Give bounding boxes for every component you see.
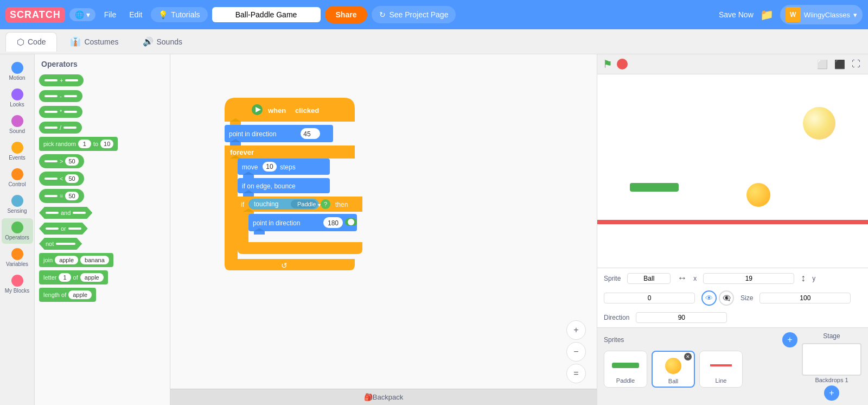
- block-multiply[interactable]: *: [39, 106, 82, 118]
- block-gt-input1[interactable]: [44, 160, 58, 162]
- project-title-input[interactable]: [212, 7, 321, 22]
- sprite-card-paddle[interactable]: Paddle: [604, 351, 647, 388]
- block-gt-val[interactable]: 50: [65, 157, 78, 166]
- block-sub-input2[interactable]: [64, 95, 77, 97]
- backpack-bar[interactable]: 🎒 Backpack: [170, 389, 597, 405]
- ball-delete-button[interactable]: ✕: [684, 353, 692, 360]
- size-value-input[interactable]: [760, 293, 851, 303]
- direction-value-input[interactable]: [636, 312, 727, 323]
- add-backdrop-button[interactable]: +: [824, 385, 839, 401]
- see-project-button[interactable]: ↻ See Project Page: [372, 6, 456, 23]
- block-and[interactable]: and: [39, 207, 92, 219]
- category-motion[interactable]: Motion: [2, 59, 33, 84]
- category-variables[interactable]: Variables: [2, 245, 33, 270]
- stage-mini-thumbnail[interactable]: [802, 343, 861, 376]
- category-operators[interactable]: Operators: [2, 218, 33, 244]
- globe-button[interactable]: 🌐 ▾: [69, 8, 95, 21]
- share-button[interactable]: Share: [325, 6, 368, 23]
- x-label: x: [693, 275, 697, 282]
- add-sprite-button[interactable]: +: [782, 332, 797, 347]
- block-row-lt: < 50: [39, 172, 165, 186]
- block-letter-num[interactable]: 1: [59, 273, 71, 282]
- tab-costumes[interactable]: 👔 Costumes: [59, 32, 129, 51]
- block-join[interactable]: join apple banana: [39, 253, 113, 267]
- line-sprite-thumbnail: [706, 353, 736, 377]
- scratch-logo[interactable]: SCRATCH: [5, 7, 65, 23]
- zoom-in-button[interactable]: +: [566, 320, 586, 340]
- zoom-out-button[interactable]: −: [566, 342, 586, 362]
- block-join-input2[interactable]: banana: [80, 256, 109, 264]
- category-events[interactable]: Events: [2, 138, 33, 164]
- block-letter-str[interactable]: apple: [80, 273, 104, 282]
- user-chevron: ▾: [853, 11, 857, 19]
- tutorials-button[interactable]: 💡 Tutorials: [151, 7, 207, 22]
- stop-button[interactable]: [617, 59, 628, 69]
- when-flag-block[interactable]: when clicked: [225, 98, 355, 125]
- edit-menu[interactable]: Edit: [125, 8, 146, 21]
- sprite-name-input[interactable]: [627, 273, 671, 284]
- block-lt-val[interactable]: 50: [65, 174, 78, 183]
- block-length-str[interactable]: apple: [68, 290, 92, 299]
- tab-code[interactable]: ⬡ Code: [5, 32, 57, 52]
- block-greater-than[interactable]: > 50: [39, 154, 84, 168]
- block-eq-input1[interactable]: [44, 195, 58, 197]
- category-looks[interactable]: Looks: [2, 85, 33, 111]
- block-letter-of[interactable]: letter 1 of apple: [39, 270, 108, 284]
- file-menu[interactable]: File: [100, 8, 121, 21]
- zoom-fit-button[interactable]: =: [566, 364, 586, 383]
- size-label: Size: [741, 294, 753, 302]
- show-visible-button[interactable]: 👁: [701, 290, 717, 306]
- folder-icon[interactable]: 📁: [760, 8, 774, 21]
- stage-ball-sprite[interactable]: [746, 183, 770, 207]
- block-lt-input1[interactable]: [44, 178, 58, 180]
- show-hidden-button[interactable]: 👁‍🗨: [719, 290, 734, 306]
- block-sub-input1[interactable]: [44, 95, 58, 97]
- block-eq-val[interactable]: 50: [65, 192, 78, 200]
- category-sensing[interactable]: Sensing: [2, 192, 33, 217]
- category-control[interactable]: Control: [2, 165, 33, 191]
- save-now-button[interactable]: Save Now: [719, 10, 754, 19]
- x-value-input[interactable]: [703, 273, 794, 284]
- block-join-input1[interactable]: apple: [55, 256, 78, 264]
- stage-paddle-sprite[interactable]: [630, 183, 679, 192]
- point-direction-block[interactable]: point in direction 45: [225, 125, 333, 145]
- block-add[interactable]: +: [39, 74, 84, 86]
- remix-icon: ↻: [379, 10, 386, 19]
- user-badge[interactable]: W WiingyClasses ▾: [780, 5, 863, 24]
- svg-rect-10: [225, 159, 238, 259]
- small-stage-button[interactable]: ⬜: [815, 58, 830, 71]
- block-subtract[interactable]: -: [39, 90, 82, 102]
- show-buttons: 👁 👁‍🗨: [701, 290, 734, 306]
- green-flag-button[interactable]: ⚑: [603, 58, 612, 71]
- move-steps-block[interactable]: move 10 steps: [238, 159, 330, 178]
- block-or[interactable]: or: [39, 223, 88, 235]
- tab-sounds[interactable]: 🔊 Sounds: [132, 32, 193, 51]
- block-mul-input1[interactable]: [44, 111, 58, 113]
- block-row-length: length of apple: [39, 288, 165, 302]
- block-mul-input2[interactable]: [64, 111, 77, 113]
- fullscreen-button[interactable]: ⛶: [850, 58, 863, 71]
- category-my blocks[interactable]: My Blocks: [2, 271, 33, 297]
- block-not[interactable]: not: [39, 238, 82, 250]
- block-add-input1[interactable]: [44, 79, 58, 81]
- category-sound[interactable]: Sound: [2, 112, 33, 137]
- lightbulb-icon: 💡: [158, 10, 168, 19]
- svg-point-35: [348, 219, 354, 225]
- y-value-input[interactable]: [604, 293, 695, 303]
- block-pick-random[interactable]: pick random 1 to 10: [39, 137, 118, 151]
- block-length-of[interactable]: length of apple: [39, 288, 96, 302]
- sprite-card-line[interactable]: Line: [699, 351, 743, 388]
- block-divide[interactable]: /: [39, 122, 82, 134]
- block-equals[interactable]: = 50: [39, 189, 84, 203]
- script-area[interactable]: when clicked point in direction 45: [170, 54, 597, 405]
- point-direction-180-block[interactable]: point in direction 180: [248, 214, 357, 235]
- svg-text:if: if: [241, 201, 245, 208]
- block-add-input2[interactable]: [65, 79, 78, 81]
- operators-dot: [11, 222, 23, 233]
- sprite-card-ball[interactable]: ✕ Ball: [652, 351, 695, 388]
- normal-stage-button[interactable]: ⬛: [832, 58, 847, 71]
- block-div-input1[interactable]: [44, 126, 58, 129]
- if-edge-bounce-block[interactable]: if on edge, bounce: [238, 178, 330, 197]
- block-div-input2[interactable]: [63, 126, 76, 129]
- block-less-than[interactable]: < 50: [39, 172, 84, 186]
